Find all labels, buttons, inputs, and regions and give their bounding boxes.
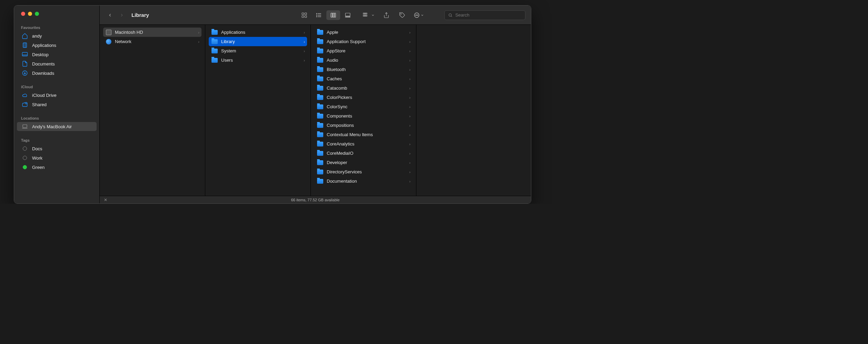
chevron-right-icon: › — [409, 142, 411, 146]
download-icon — [22, 70, 28, 76]
view-mode-group — [297, 10, 355, 20]
chevron-right-icon: › — [409, 133, 411, 137]
file-row[interactable]: Documentation› — [314, 176, 413, 186]
svg-rect-22 — [334, 13, 336, 17]
file-row[interactable]: Application Support› — [314, 37, 413, 46]
sidebar-item-label: Docs — [32, 146, 42, 151]
chevron-right-icon: › — [304, 40, 305, 44]
sidebar-item[interactable]: Andy's MacBook Air — [17, 122, 97, 131]
svg-rect-24 — [345, 16, 346, 17]
sidebar-item[interactable]: iCloud Drive — [17, 91, 97, 100]
svg-rect-12 — [302, 16, 304, 17]
tags-button[interactable] — [395, 10, 409, 20]
file-row[interactable]: Catacomb› — [314, 83, 413, 93]
svg-point-37 — [415, 15, 416, 16]
sidebar-item-label: iCloud Drive — [32, 93, 57, 98]
chevron-right-icon: › — [409, 49, 411, 53]
file-row[interactable]: Components› — [314, 111, 413, 121]
file-row[interactable]: AppStore› — [314, 46, 413, 55]
sidebar-item[interactable]: Documents — [17, 59, 97, 68]
gallery-view-button[interactable] — [341, 10, 355, 20]
svg-rect-8 — [23, 125, 27, 128]
file-label: System — [221, 48, 236, 53]
status-text: 66 items, 77.52 GB available — [291, 198, 340, 202]
browser-column: Macintosh HD›Network› — [100, 25, 205, 196]
file-row[interactable]: Library› — [209, 37, 307, 46]
sidebar-section-label: iCloud — [14, 83, 99, 90]
chevron-right-icon: › — [409, 58, 411, 62]
icon-view-button[interactable] — [297, 10, 311, 20]
chevron-right-icon: › — [304, 58, 305, 62]
file-row[interactable]: Contextual Menu Items› — [314, 130, 413, 139]
chevron-right-icon: › — [409, 77, 411, 81]
back-button[interactable] — [105, 10, 115, 20]
main-area: Library — [100, 6, 531, 203]
svg-rect-29 — [365, 13, 366, 14]
file-row[interactable]: Caches› — [314, 74, 413, 83]
file-label: Compositions — [327, 123, 354, 128]
forward-button[interactable] — [117, 10, 127, 20]
sidebar-item[interactable]: Docs — [17, 144, 97, 153]
path-bar-close-button[interactable]: ✕ — [104, 198, 107, 202]
action-menu-button[interactable] — [411, 10, 426, 20]
doc-icon — [22, 61, 28, 67]
folder-icon — [317, 114, 323, 119]
shared-icon — [22, 101, 28, 108]
svg-rect-11 — [305, 13, 307, 14]
file-label: AppStore — [327, 48, 345, 53]
close-window-button[interactable] — [21, 12, 25, 16]
search-field[interactable] — [444, 10, 525, 20]
column-browser: Macintosh HD›Network›Applications›Librar… — [100, 25, 531, 196]
chevron-right-icon: › — [198, 40, 199, 44]
svg-rect-26 — [348, 16, 349, 17]
file-row[interactable]: ColorSync› — [314, 102, 413, 111]
sidebar-item[interactable]: andy — [17, 31, 97, 40]
svg-rect-3 — [22, 52, 28, 56]
file-label: CoreMediaIO — [327, 151, 353, 156]
minimize-window-button[interactable] — [28, 12, 32, 16]
file-row[interactable]: CoreAnalytics› — [314, 139, 413, 149]
file-row[interactable]: Apple› — [314, 28, 413, 37]
file-row[interactable]: Network› — [103, 37, 201, 46]
sidebar-item[interactable]: Shared — [17, 100, 97, 109]
svg-rect-28 — [363, 13, 364, 14]
svg-point-38 — [416, 15, 417, 16]
file-row[interactable]: DirectoryServices› — [314, 167, 413, 176]
status-bar: ✕ 66 items, 77.52 GB available — [100, 196, 531, 203]
svg-rect-32 — [365, 15, 366, 16]
file-row[interactable]: Audio› — [314, 55, 413, 65]
file-label: Catacomb — [327, 85, 347, 91]
svg-rect-21 — [333, 13, 334, 17]
sidebar-item[interactable]: Desktop — [17, 50, 97, 59]
file-row[interactable]: Developer› — [314, 158, 413, 167]
sidebar-item[interactable]: Work — [17, 153, 97, 162]
search-input[interactable] — [455, 12, 522, 18]
file-label: Macintosh HD — [115, 30, 143, 35]
sidebar-item-label: Documents — [32, 61, 55, 67]
folder-icon — [317, 49, 323, 53]
share-button[interactable] — [379, 10, 393, 20]
sidebar-item[interactable]: Downloads — [17, 69, 97, 78]
file-row[interactable]: Bluetooth› — [314, 65, 413, 74]
tagdot — [22, 155, 28, 161]
file-row[interactable]: ColorPickers› — [314, 93, 413, 102]
drive-icon — [106, 30, 111, 35]
zoom-window-button[interactable] — [35, 12, 39, 16]
file-row[interactable]: Macintosh HD› — [103, 28, 201, 37]
chevron-right-icon: › — [409, 123, 411, 128]
chevron-right-icon: › — [409, 114, 411, 118]
sidebar-item[interactable]: Green — [17, 163, 97, 172]
file-row[interactable]: Users› — [209, 55, 307, 65]
file-row[interactable]: CoreMediaIO› — [314, 149, 413, 158]
list-view-button[interactable] — [312, 10, 326, 20]
file-row[interactable]: System› — [209, 46, 307, 55]
column-view-button[interactable] — [326, 10, 340, 20]
file-row[interactable]: Compositions› — [314, 121, 413, 130]
group-by-button[interactable] — [360, 10, 377, 20]
sidebar-item[interactable]: Applications — [17, 41, 97, 50]
folder-icon — [317, 39, 323, 44]
file-row[interactable]: Applications› — [209, 28, 307, 37]
svg-point-40 — [449, 13, 451, 16]
file-label: Network — [115, 39, 131, 44]
browser-column — [416, 25, 531, 196]
